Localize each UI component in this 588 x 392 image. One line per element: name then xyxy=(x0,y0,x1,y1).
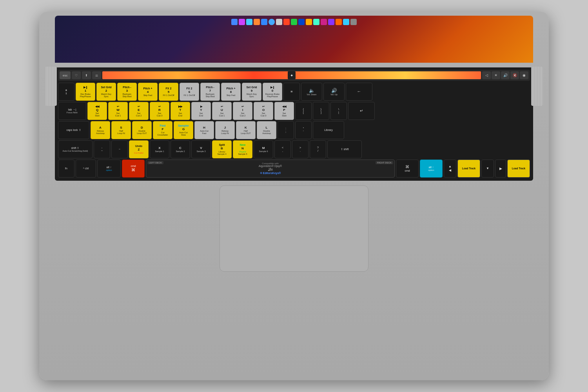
asdf-row: caps lock ⇪ A Reloop Autoloop S Half Loo… xyxy=(58,121,530,139)
key-1[interactable]: ▶ ‖ 1 Rev Brake Play/Pause xyxy=(76,83,95,101)
key-2[interactable]: Set Grid 2 Match Key Sync xyxy=(96,83,116,101)
screen-area: MacBook Pro xyxy=(55,16,533,63)
key-9[interactable]: Set Grid 9 Match Key Sync xyxy=(242,83,261,101)
key-g[interactable]: Sampler G Auto-Cut Slow xyxy=(174,121,193,139)
qwerty-row: tab →| Focus Next ◀◀ Q Set Start ↩ W Set… xyxy=(58,102,530,120)
key-period[interactable]: > . xyxy=(292,140,309,158)
wallpaper xyxy=(55,16,533,63)
key-tilde[interactable]: ± § xyxy=(58,83,74,101)
right-deck-badge: RIGHT DECK xyxy=(376,161,393,164)
key-alt-left[interactable]: alt ↑ option xyxy=(97,160,121,178)
slash-indicator: ♩/≡ xyxy=(268,167,273,172)
tb-brightness-btn[interactable]: ☀ xyxy=(492,71,500,79)
key-0[interactable]: ▶ ‖ 0 Reverse Brake Play/Pause xyxy=(263,83,282,101)
key-quote[interactable]: " ' xyxy=(295,121,312,139)
key-backspace[interactable]: ← xyxy=(346,83,372,101)
tb-back-btn[interactable]: ◁ xyxy=(482,71,491,79)
key-j[interactable]: J Reloop Loop IN xyxy=(215,121,235,139)
key-arrow-right[interactable]: ▼ xyxy=(481,160,494,178)
key-enter[interactable]: ↵ xyxy=(348,102,375,120)
spacebar-area[interactable]: LEFT DECK RIGHT DECK Compatible with Alg… xyxy=(146,160,395,178)
key-5[interactable]: FX 2 5 FX 1 On/Off xyxy=(159,83,178,101)
key-fn[interactable]: fn xyxy=(58,160,74,178)
key-e[interactable]: ↩ E Set Cue 2 xyxy=(129,102,149,120)
key-r[interactable]: ↩ R Set Cue 3 xyxy=(150,102,169,120)
key-i[interactable]: ↩ I Set Cue 2 xyxy=(233,102,252,120)
key-z[interactable]: Undo Z Cut Fader xyxy=(129,140,149,158)
key-semicolon[interactable]: : ; xyxy=(278,121,294,139)
key-f[interactable]: Find F Cut Crossfader xyxy=(153,121,172,139)
key-a[interactable]: A Reloop Autoloop xyxy=(91,121,110,139)
key-slash[interactable]: ? / xyxy=(310,140,326,158)
key-c[interactable]: C Sample 2 xyxy=(171,140,190,158)
key-library[interactable]: Library xyxy=(313,121,344,139)
key-alt-right[interactable]: alt ↑ option xyxy=(420,160,443,178)
key-y[interactable]: ▶ Y Set End xyxy=(191,102,211,120)
key-k[interactable]: K Half Loop OUT xyxy=(236,121,256,139)
number-row: ± § ▶ ‖ 1 Rev Brake Play/Pause Set Grid … xyxy=(58,83,530,101)
key-cmd-left[interactable]: cmd ⌘ xyxy=(122,160,145,178)
keyboard-section: esc ♡ ⬆ ⚌ ✦ ◁ ☀ 🔊 🔇 ◉ ± xyxy=(55,67,533,181)
keyboard-rows: ± § ▶ ‖ 1 Rev Brake Play/Pause Set Grid … xyxy=(58,83,530,178)
key-comma[interactable]: < , xyxy=(274,140,291,158)
tb-vol-up-btn[interactable]: 🔊 xyxy=(501,71,510,79)
key-x[interactable]: X Sample 1 xyxy=(150,140,169,158)
editors-keys-logo: ✛ EditorsKeys® xyxy=(260,172,281,175)
key-p[interactable]: ◀◀ P Set Start xyxy=(274,102,294,120)
djay-brand: Algoriddim® Djay® xyxy=(259,165,282,167)
tb-heart-btn[interactable]: ♡ xyxy=(72,71,81,79)
left-deck-badge: LEFT DECK xyxy=(147,161,163,164)
key-h[interactable]: H Auto-Cut Fast xyxy=(194,121,214,139)
tb-controls: ◁ ☀ 🔊 🔇 ◉ xyxy=(482,71,528,79)
key-vol-down[interactable]: 🔈 Vol. Down xyxy=(301,83,322,101)
key-load-track-right[interactable]: Load Track xyxy=(507,160,530,178)
key-t[interactable]: ▶▶ T Set End xyxy=(171,102,190,120)
key-bracket-left[interactable]: { [ xyxy=(295,102,312,120)
key-capslock[interactable]: caps lock ⇪ xyxy=(58,121,89,139)
key-m[interactable]: M Sample 6 xyxy=(254,140,273,158)
tb-share-btn[interactable]: ⬆ xyxy=(82,71,91,79)
key-shift-right[interactable]: ⇧ shift xyxy=(327,140,362,158)
tb-esc-btn[interactable]: esc xyxy=(60,71,71,79)
shift-row: shift ⇧ Auto-Cut Scratching (hold) - ~ ~… xyxy=(58,140,530,158)
trackpad[interactable] xyxy=(220,185,368,272)
modifier-row: fn ^ ctrl alt ↑ option cmd ⌘ LEFT DECK R… xyxy=(58,160,530,178)
key-n[interactable]: New N Playlist Sample 5 xyxy=(233,140,252,158)
key-vol-up[interactable]: 🔊 Vol. Up xyxy=(323,83,345,101)
tb-siri-btn[interactable]: ◉ xyxy=(520,71,528,79)
macbook-pro: MacBook Pro esc ♡ ⬆ ⚌ ✦ ◁ ☀ 🔊 🔇 ◉ xyxy=(39,12,549,380)
key-arrow-left[interactable]: ▲ ◀ xyxy=(444,160,456,178)
key-backslash[interactable]: \ | xyxy=(330,102,347,120)
key-v[interactable]: V Sample 3 xyxy=(191,140,211,158)
compatible-text: Compatible with Algoriddim® Djay® xyxy=(259,162,282,167)
key-u[interactable]: ↩ U Set Cue 1 xyxy=(212,102,232,120)
key-sym2[interactable]: ~ xyxy=(111,140,128,158)
key-cmd-right[interactable]: ⌘ cmd xyxy=(396,160,419,178)
key-7[interactable]: Pitch - 7 Backspin Skip Bwd xyxy=(200,83,220,101)
speaker-right xyxy=(531,67,543,106)
key-load-track-left[interactable]: Load Track xyxy=(457,160,480,178)
touch-bar: esc ♡ ⬆ ⚌ ✦ ◁ ☀ 🔊 🔇 ◉ xyxy=(58,70,530,81)
key-s[interactable]: S Half Loop IN xyxy=(111,121,131,139)
tb-sliders-btn[interactable]: ⚌ xyxy=(92,71,101,79)
key-bracket-right[interactable]: } ] xyxy=(313,102,329,120)
key-l[interactable]: L Double Autoloop xyxy=(257,121,276,139)
key-o[interactable]: ↩ O Set Cue 3 xyxy=(254,102,273,120)
key-q[interactable]: ◀◀ Q Set Start xyxy=(87,102,107,120)
key-6[interactable]: FX 2 6 FX 1 On/Off xyxy=(180,83,199,101)
key-ctrl-left[interactable]: ^ ctrl xyxy=(76,160,96,178)
tb-mute-btn[interactable]: 🔇 xyxy=(510,71,519,79)
speaker-left xyxy=(45,67,57,106)
key-sym1[interactable]: - ~ xyxy=(94,140,110,158)
key-arrow-up[interactable]: ▶ xyxy=(495,160,506,178)
key-3[interactable]: Pitch - 3 Backspin Skip Bwd xyxy=(117,83,137,101)
key-w[interactable]: ↩ W Set Cue 1 xyxy=(108,102,128,120)
tb-waveform: ✦ xyxy=(102,71,481,79)
key-tab[interactable]: tab →| Focus Next xyxy=(58,102,86,120)
key-b[interactable]: Split B Library Sample 4 xyxy=(212,140,232,158)
key-minus[interactable]: = xyxy=(283,83,300,101)
key-8[interactable]: Pitch + 8 Skip Fwd xyxy=(221,83,241,101)
key-4[interactable]: Pitch + 4 Skip Fwd xyxy=(138,83,158,101)
key-d[interactable]: D Double Loop OUT xyxy=(132,121,152,139)
key-shift-left[interactable]: shift ⇧ Auto-Cut Scratching (hold) xyxy=(58,140,93,158)
